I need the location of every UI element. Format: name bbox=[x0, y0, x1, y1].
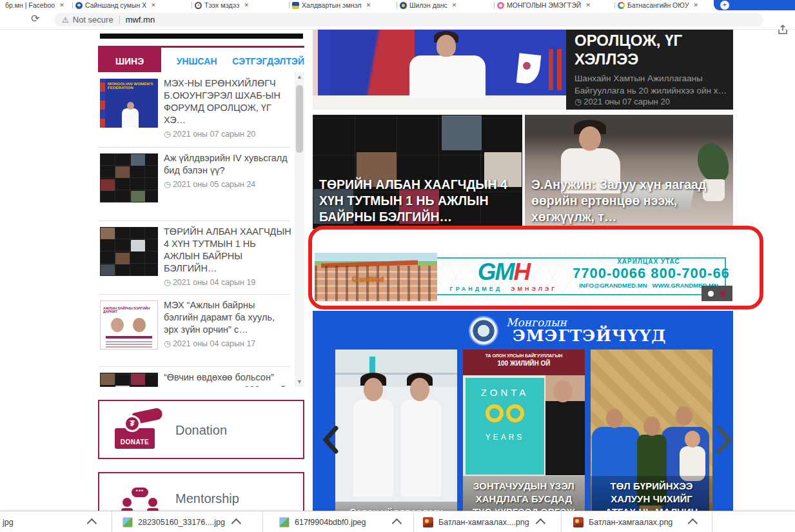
downloads-divider bbox=[112, 511, 112, 532]
tab-new-news[interactable]: ШИНЭ bbox=[98, 48, 161, 74]
tab-facebook[interactable]: бр.мн | Faceboo ✕ bbox=[0, 0, 72, 10]
close-icon[interactable]: ✕ bbox=[694, 2, 699, 8]
pink-favicon bbox=[497, 2, 504, 9]
address-bar[interactable]: ⚠ Not secure mwf.mn bbox=[54, 13, 763, 26]
tab-read-news[interactable]: УНШСАН bbox=[161, 48, 232, 74]
tab-haldvartyn[interactable]: Халдвартын эмнэл ✕ bbox=[290, 0, 397, 10]
chevron-up-icon[interactable] bbox=[391, 518, 402, 529]
phone-numbers: 7700-0066 800-700-66 bbox=[573, 265, 725, 282]
download-item[interactable]: Батлан-хамгаалах....png bbox=[423, 511, 545, 532]
download-item[interactable]: 282305160_33176....jpg bbox=[123, 511, 241, 532]
figure-shape bbox=[353, 400, 393, 497]
tabstrip-frame: + bbox=[714, 0, 795, 10]
list-item[interactable]: Аж үйлдвэрийн IV хувьсгалд бид бэлэн үү?… bbox=[98, 150, 291, 221]
slide-caption: ТӨЛ БҮРИЙНХЭЭ ХАЛУУН ЧИХИЙГ АТГАХ НЬ МАЛ… bbox=[591, 476, 712, 511]
contact-label: ХАРИЛЦАХ УТАС bbox=[573, 258, 725, 265]
scrollbar-thumb[interactable] bbox=[296, 85, 303, 153]
emblem-favicon bbox=[400, 2, 407, 9]
figure-head bbox=[410, 378, 429, 401]
carousel-slide[interactable]: Саван үйлдвэрлэгч “Бүтээгч гэрийн” ххк bbox=[335, 350, 457, 511]
person-shape bbox=[123, 498, 132, 507]
ring-shape bbox=[486, 404, 504, 422]
carousel-prev-button[interactable] bbox=[322, 426, 339, 454]
clock-icon: ◷ bbox=[164, 129, 171, 139]
figure-head bbox=[437, 35, 456, 57]
carousel-slide[interactable]: ТА ОЛОН УЛСЫН БАЙГУУЛЛАГЫН 100 ЖИЛИЙН ОЙ… bbox=[463, 350, 585, 511]
news-date: ◷2021 оны 04 сарын 17 bbox=[164, 339, 291, 348]
download-item[interactable]: 617f9904bdbf0.jpeg bbox=[279, 511, 402, 532]
article-card[interactable]: ТӨРИЙН АЛБАН ХААГЧДЫН 4 ХҮН ТУТМЫН 1 НЬ … bbox=[313, 115, 522, 229]
person-shape bbox=[148, 498, 157, 507]
downloads-divider bbox=[262, 511, 263, 532]
scroll-up-icon[interactable]: ▲ bbox=[295, 72, 304, 82]
close-icon[interactable]: ✕ bbox=[151, 2, 156, 8]
chevron-up-icon[interactable] bbox=[688, 518, 698, 529]
close-icon[interactable]: ✕ bbox=[452, 2, 457, 8]
flag-shape bbox=[331, 30, 415, 103]
banner-carousel-dots bbox=[702, 286, 732, 301]
list-item[interactable]: MONGOLIAN WOMEN'S FEDERATION МЭХ-НЫ ЕРӨН… bbox=[98, 75, 291, 147]
tab-sainshand[interactable]: Сайншанд сумын Х ✕ bbox=[73, 0, 191, 10]
tab-mongolyn-emegtei[interactable]: МОНГОЛЫН ЭМЭГТЭЙ ✕ bbox=[495, 0, 614, 10]
building-windows bbox=[315, 266, 437, 301]
tab-label: МОНГОЛЫН ЭМЭГТЭЙ bbox=[507, 1, 581, 9]
ring-shape bbox=[506, 404, 524, 422]
video-tile bbox=[115, 166, 130, 178]
video-tile bbox=[115, 386, 130, 387]
downloads-bar: jpg 282305160_33176....jpg 617f9904bdbf0… bbox=[0, 511, 795, 532]
speaker-photo bbox=[133, 318, 146, 332]
close-icon[interactable]: ✕ bbox=[244, 2, 249, 8]
tab-commented-news[interactable]: СЭТГЭГДЭЛТЭЙ bbox=[232, 48, 304, 74]
download-item[interactable]: jpg bbox=[0, 511, 97, 532]
tab-google-search[interactable]: Батнасангийн ОЮУ ✕ bbox=[615, 0, 712, 10]
close-icon[interactable]: ✕ bbox=[366, 2, 371, 8]
zonta-years-text: YEARS bbox=[466, 433, 544, 442]
speech-bubble-icon: ••• bbox=[132, 488, 148, 497]
reload-icon[interactable]: ⟳ bbox=[31, 12, 39, 25]
download-filename: Батлан-хамгаалах....png bbox=[438, 518, 529, 527]
video-tile bbox=[131, 191, 145, 202]
chevron-left-icon bbox=[322, 426, 339, 454]
flag-stripe bbox=[100, 79, 105, 128]
video-tile bbox=[131, 240, 145, 251]
list-separator bbox=[98, 221, 290, 221]
donation-box[interactable]: DONATE ₮ Donation bbox=[98, 400, 304, 459]
list-scrollbar[interactable]: ▲ ▼ bbox=[295, 72, 304, 387]
downloads-divider bbox=[413, 511, 414, 532]
featured-article-photo[interactable] bbox=[313, 30, 566, 110]
carousel-next-button[interactable] bbox=[716, 426, 733, 454]
carousel-slide[interactable]: ТӨЛ БҮРИЙНХЭЭ ХАЛУУН ЧИХИЙГ АТГАХ НЬ МАЛ… bbox=[591, 350, 712, 511]
list-item[interactable]: ТӨРИЙН АЛБАН ХААГЧДЫН 4 ХҮН ТУТМЫН 1 НЬ … bbox=[98, 223, 291, 294]
chevron-up-icon[interactable] bbox=[86, 518, 97, 529]
article-card[interactable]: Э.Анужин: Залуу хүн яагаад өөрийн ертөнц… bbox=[525, 115, 733, 229]
chevron-up-icon[interactable] bbox=[231, 518, 241, 529]
news-title: “Өвчин өвдөхөө больсон” цахим сургалтанд… bbox=[164, 371, 291, 387]
featured-date: ◷2021 оны 07 сарын 20 bbox=[574, 97, 670, 106]
share-icon[interactable] bbox=[777, 24, 789, 35]
scroll-down-icon[interactable]: ▼ bbox=[295, 377, 304, 387]
figure-shape bbox=[401, 400, 441, 497]
close-icon[interactable]: ✕ bbox=[585, 2, 591, 8]
close-icon[interactable]: ✕ bbox=[59, 2, 64, 8]
video-tile bbox=[101, 228, 115, 239]
carousel-dot[interactable] bbox=[720, 291, 726, 297]
donation-label: Donation bbox=[175, 423, 227, 438]
list-item[interactable]: АЖЛЫН БАЙРНЫ БЭЛГИЙН ДАРАМТ МЭХ “Ажлын б… bbox=[98, 297, 291, 366]
chevron-up-icon[interactable] bbox=[535, 518, 545, 529]
tab-teeh-medee[interactable]: Тээх мэдээ ✕ bbox=[192, 0, 289, 10]
list-item[interactable]: “Өвчин өвдөхөө больсон” цахим сургалтанд… bbox=[98, 369, 291, 387]
tugrik-coin-icon: ₮ bbox=[124, 415, 141, 432]
news-list: MONGOLIAN WOMEN'S FEDERATION МЭХ-НЫ ЕРӨН… bbox=[98, 72, 304, 387]
tab-shilen-dans[interactable]: Шилэн данс ✕ bbox=[397, 0, 494, 10]
shelf-shape bbox=[335, 373, 457, 375]
grandmed-ad-banner[interactable]: GrandMed GMH ГРАНДМЕД ЭМНЭЛЭГ ХАРИЛЦАХ У… bbox=[315, 253, 732, 301]
carousel-dot-active[interactable] bbox=[708, 291, 714, 297]
featured-article-panel[interactable]: ОРОЛЦОЖ, ҮГ ХЭЛЛЭЭ Шанхайн Хамтын Ажилла… bbox=[566, 30, 733, 110]
poster-header: ТА ОЛОН УЛСЫН БАЙГУУЛЛАГЫН 100 ЖИЛИЙН ОЙ bbox=[463, 350, 585, 375]
video-tile bbox=[101, 179, 115, 191]
video-tile bbox=[131, 373, 145, 385]
download-item[interactable]: Батлан-хамгаалах.png bbox=[573, 511, 698, 532]
figure-head bbox=[553, 380, 573, 402]
featured-excerpt: Шанхайн Хамтын Ажиллагааны Байгууллага н… bbox=[574, 72, 727, 97]
new-tab-button[interactable]: + bbox=[720, 1, 729, 10]
